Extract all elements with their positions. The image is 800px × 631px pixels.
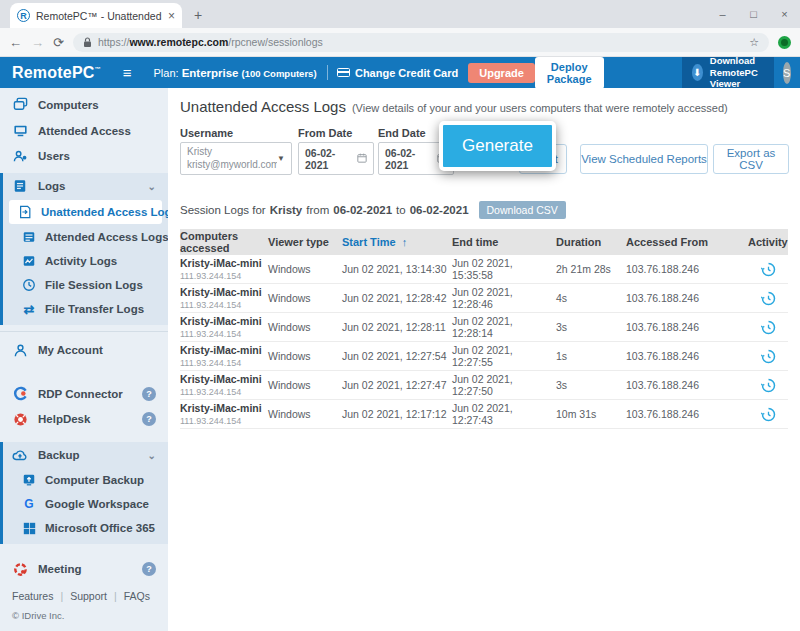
end-time-cell: Jun 02 2021, 12:27:50	[452, 373, 556, 397]
col-duration[interactable]: Duration	[556, 236, 626, 248]
sidebar-item-file-session-logs[interactable]: File Session Logs	[3, 273, 168, 297]
extension-icon[interactable]	[778, 36, 791, 49]
start-time-cell: Jun 02 2021, 12:27:47	[342, 379, 452, 391]
sidebar-item-activity-logs[interactable]: Activity Logs	[3, 249, 168, 273]
computer-cell: Kristy-iMac-mini 111.93.244.154	[180, 402, 268, 426]
logs-table: Computers accessed Viewer type Start Tim…	[180, 229, 788, 429]
generate-button[interactable]: Generate	[439, 121, 556, 171]
support-link[interactable]: Support	[70, 590, 107, 602]
viewer-type-cell: Windows	[268, 292, 342, 304]
cloud-backup-icon	[12, 447, 28, 463]
col-start-time[interactable]: Start Time ↑	[342, 236, 452, 248]
end-time-cell: Jun 02 2021, 12:27:55	[452, 344, 556, 368]
end-time-cell: Jun 02 2021, 12:27:43	[452, 402, 556, 426]
rdp-connector-icon	[12, 386, 28, 402]
browser-tab[interactable]: R RemotePC™ - Unattended Acces ×	[10, 3, 182, 28]
activity-history-icon[interactable]	[761, 349, 776, 364]
sidebar-item-meeting[interactable]: Meeting ?	[0, 556, 168, 582]
table-header-row: Computers accessed Viewer type Start Tim…	[180, 229, 788, 255]
forward-icon[interactable]: →	[31, 36, 44, 49]
accessed-from-cell: 103.76.188.246	[626, 379, 748, 391]
deploy-package-button[interactable]: Deploy Package	[535, 57, 604, 89]
download-viewer-button[interactable]: ⬇ DownloadRemotePC Viewer	[682, 57, 774, 88]
logo-tm: ™	[95, 66, 101, 72]
start-time-cell: Jun 02 2021, 13:14:30	[342, 263, 452, 275]
end-date-label: End Date	[378, 127, 426, 139]
sidebar-item-microsoft-office-365[interactable]: Microsoft Office 365	[3, 516, 168, 540]
activity-cell	[748, 349, 788, 364]
col-accessed-from[interactable]: Accessed From	[626, 236, 748, 248]
activity-cell	[748, 378, 788, 393]
change-credit-card-link[interactable]: Change Credit Card	[337, 67, 458, 79]
activity-history-icon[interactable]	[761, 262, 776, 277]
from-date-input[interactable]: 06-02-2021	[298, 142, 374, 175]
col-computers-accessed[interactable]: Computers accessed	[180, 230, 268, 254]
computer-cell: Kristy-iMac-mini 111.93.244.154	[180, 344, 268, 368]
sidebar-footer: Features | Support | FAQs © IDrive Inc.	[0, 582, 168, 631]
activity-history-icon[interactable]	[761, 291, 776, 306]
new-tab-button[interactable]: +	[194, 7, 202, 23]
sidebar-item-logs[interactable]: Logs ⌄	[3, 173, 168, 199]
remotepc-favicon-icon: R	[17, 9, 30, 22]
view-scheduled-reports-button[interactable]: View Scheduled Reports	[580, 144, 708, 174]
logs-icon	[12, 178, 28, 194]
sidebar-item-google-workspace[interactable]: G Google Workspace	[3, 492, 168, 516]
sidebar-item-users[interactable]: Users	[0, 143, 168, 169]
sidebar-item-rdp-connector[interactable]: RDP Connector ?	[0, 381, 168, 407]
col-end-time[interactable]: End time	[452, 236, 556, 248]
table-row: Kristy-iMac-mini 111.93.244.154 Windows …	[180, 371, 788, 400]
window-close-icon[interactable]: ×	[769, 0, 800, 27]
activity-history-icon[interactable]	[761, 320, 776, 335]
activity-history-icon[interactable]	[761, 378, 776, 393]
chevron-down-icon: ⌄	[148, 181, 156, 192]
accessed-from-cell: 103.76.188.246	[626, 263, 748, 275]
meeting-help-icon[interactable]: ?	[142, 562, 156, 576]
microsoft-grid-icon	[21, 520, 37, 536]
features-link[interactable]: Features	[12, 590, 53, 602]
sidebar-item-unattended-access-logs[interactable]: Unattended Access Logs	[9, 200, 162, 224]
bookmark-star-icon[interactable]: ☆	[749, 36, 759, 49]
window-minimize-icon[interactable]: –	[707, 0, 738, 27]
viewer-type-cell: Windows	[268, 350, 342, 362]
end-time-cell: Jun 02 2021, 12:28:14	[452, 315, 556, 339]
duration-cell: 2h 21m 28s	[556, 263, 626, 275]
session-to-date: 06-02-2021	[410, 204, 469, 216]
viewer-type-cell: Windows	[268, 408, 342, 420]
table-row: Kristy-iMac-mini 111.93.244.154 Windows …	[180, 313, 788, 342]
col-viewer-type[interactable]: Viewer type	[268, 236, 342, 248]
rdp-help-icon[interactable]: ?	[142, 387, 156, 401]
back-icon[interactable]: ←	[9, 36, 22, 49]
window-maximize-icon[interactable]: □	[738, 0, 769, 27]
faqs-link[interactable]: FAQs	[124, 590, 150, 602]
chevron-down-icon: ⌄	[148, 450, 156, 461]
sidebar-item-computers[interactable]: Computers	[0, 92, 168, 118]
viewer-type-cell: Windows	[268, 321, 342, 333]
start-time-cell: Jun 02 2021, 12:27:54	[342, 350, 452, 362]
transfer-arrows-icon: ⇄	[21, 301, 37, 317]
refresh-icon[interactable]: ⟳	[53, 36, 64, 49]
hamburger-menu-icon[interactable]: ≡	[123, 64, 132, 81]
tab-close-icon[interactable]: ×	[168, 9, 175, 23]
address-bar[interactable]: https://www.remotepc.com/rpcnew/sessionl…	[73, 33, 769, 52]
helpdesk-help-icon[interactable]: ?	[142, 412, 156, 426]
sidebar-item-file-transfer-logs[interactable]: ⇄ File Transfer Logs	[3, 297, 168, 321]
users-icon	[12, 148, 28, 164]
download-csv-button[interactable]: Download CSV	[479, 201, 566, 219]
duration-cell: 4s	[556, 292, 626, 304]
duration-cell: 10m 31s	[556, 408, 626, 420]
download-icon: ⬇	[692, 64, 703, 81]
sidebar-item-computer-backup[interactable]: Computer Backup	[3, 468, 168, 492]
table-row: Kristy-iMac-mini 111.93.244.154 Windows …	[180, 400, 788, 429]
from-date-label: From Date	[298, 127, 352, 139]
sidebar-item-attended-access-logs[interactable]: Attended Access Logs	[3, 225, 168, 249]
username-select[interactable]: Kristykristy@myworld.com ▼	[180, 142, 292, 175]
sidebar-item-attended-access[interactable]: Attended Access	[0, 118, 168, 144]
main-content: Unattended Access Logs (View details of …	[168, 88, 800, 631]
activity-history-icon[interactable]	[761, 407, 776, 422]
sidebar-item-helpdesk[interactable]: HelpDesk ?	[0, 407, 168, 433]
user-avatar[interactable]: S	[783, 62, 791, 84]
export-as-csv-button[interactable]: Export as CSV	[713, 144, 789, 174]
upgrade-button[interactable]: Upgrade	[468, 63, 535, 83]
sidebar-item-backup[interactable]: Backup ⌄	[3, 442, 168, 468]
sidebar-item-my-account[interactable]: My Account	[0, 337, 168, 363]
